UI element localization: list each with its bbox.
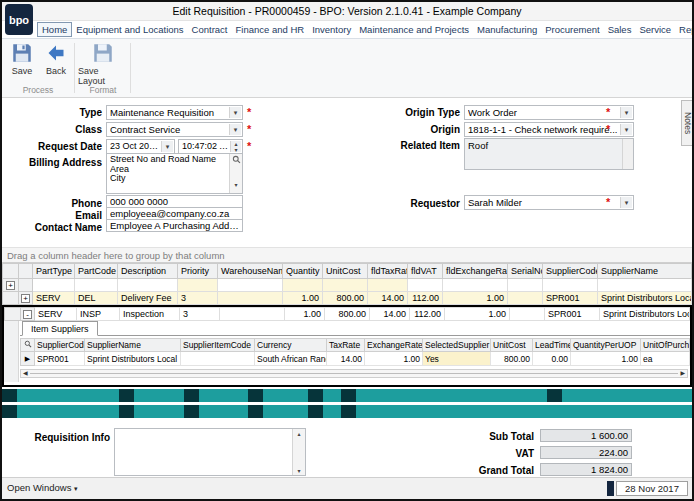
subgrid-col-leadtime[interactable]: LeadTime <box>533 339 571 352</box>
tab-sales[interactable]: Sales <box>604 23 636 36</box>
subgrid-cell[interactable]: Sprint Distributors Local <box>85 352 181 366</box>
grid-cell[interactable]: 1.00 <box>283 292 323 305</box>
subgrid-col-suppliername[interactable]: SupplierName <box>85 339 181 352</box>
grid-cell[interactable]: 14.00 <box>370 308 410 321</box>
subgrid-cell[interactable]: ea <box>641 352 690 366</box>
tab-inventory[interactable]: Inventory <box>308 23 355 36</box>
back-button[interactable]: Back <box>40 43 72 87</box>
grid-cell[interactable]: INSP <box>77 308 120 321</box>
scroll-up-icon[interactable]: ▴ <box>297 430 300 437</box>
detail-horizontal-scrollbar[interactable]: ◀ ▶ <box>20 369 688 378</box>
grid-cell[interactable] <box>218 279 283 292</box>
subgrid-cell[interactable]: 1.00 <box>365 352 423 366</box>
chevron-down-icon[interactable]: ▾ <box>161 141 173 152</box>
tab-manufacturing[interactable]: Manufacturing <box>473 23 541 36</box>
billing-address-field[interactable]: Street No and Road Name Area City ▾ <box>106 153 243 194</box>
grid-cell[interactable] <box>323 279 368 292</box>
requisition-info-scrollbar[interactable]: ▴ ▾ <box>292 429 305 475</box>
grid-cell[interactable] <box>510 308 545 321</box>
grid-cell[interactable] <box>508 279 543 292</box>
grid-cell[interactable]: SPR001 <box>545 308 600 321</box>
chevron-down-icon[interactable]: ▾ <box>229 107 241 118</box>
tab-equipment-and-locations[interactable]: Equipment and Locations <box>72 23 187 36</box>
subgrid-col-supplieritemcode[interactable]: SupplierItemCode <box>181 339 255 352</box>
subgrid-cell[interactable]: Yes <box>423 352 491 366</box>
chevron-down-icon[interactable]: ▾ <box>620 197 632 208</box>
grid-cell[interactable]: 3 <box>180 308 220 321</box>
subgrid-cell[interactable]: 14.00 <box>327 352 365 366</box>
grid-cell[interactable] <box>443 279 508 292</box>
grid-col-suppliercode[interactable]: SupplierCode <box>543 264 598 279</box>
notes-side-tab[interactable]: Notes <box>681 100 692 146</box>
grid-cell[interactable]: 800.00 <box>323 292 368 305</box>
grid-cell[interactable]: 1.00 <box>445 308 510 321</box>
grid-cell[interactable]: 800.00 <box>325 308 370 321</box>
status-date[interactable]: 28 Nov 2017 <box>616 481 688 496</box>
tab-procurement[interactable]: Procurement <box>541 23 603 36</box>
grid-cell[interactable]: 14.00 <box>368 292 408 305</box>
grid-cell[interactable]: 3 <box>178 292 218 305</box>
type-combobox[interactable]: Maintenance Requisition ▾ <box>106 105 243 120</box>
grid-col-suppliername[interactable]: SupplierName <box>598 264 692 279</box>
grid-col-priority[interactable]: Priority <box>178 264 218 279</box>
subgrid-col-selectedsupplier[interactable]: SelectedSupplier <box>423 339 491 352</box>
grid-cell[interactable] <box>598 279 692 292</box>
grid-cell[interactable] <box>178 279 218 292</box>
grid-cell[interactable]: Inspection <box>120 308 180 321</box>
grid-col-fldvat[interactable]: fldVAT <box>408 264 443 279</box>
request-date-picker[interactable]: 23 Oct 2017 ▾ <box>106 139 175 154</box>
subgrid-col-currency[interactable]: Currency <box>255 339 327 352</box>
tab-maintenance-and-projects[interactable]: Maintenance and Projects <box>355 23 473 36</box>
save-button[interactable]: Save <box>6 43 38 87</box>
grid-col-serialno[interactable]: SerialNo <box>508 264 543 279</box>
grid-cell[interactable]: 1.00 <box>285 308 325 321</box>
grid-cell[interactable]: Sprint Distributors Local <box>600 308 690 321</box>
grid-cell[interactable] <box>543 279 598 292</box>
subgrid-col-quantityperuop[interactable]: QuantityPerUOP <box>571 339 641 352</box>
chevron-down-icon[interactable]: ▾ <box>229 124 241 135</box>
related-item-scrollbar[interactable] <box>622 139 633 169</box>
tab-item-suppliers[interactable]: Item Suppliers <box>22 321 98 336</box>
grid-cell[interactable] <box>33 279 75 292</box>
search-icon[interactable] <box>232 155 241 164</box>
tab-contract[interactable]: Contract <box>188 23 232 36</box>
expand-icon[interactable]: + <box>6 281 15 290</box>
subgrid-col-unitcost[interactable]: UnitCost <box>491 339 533 352</box>
grid-cell[interactable] <box>220 308 285 321</box>
grid-cell[interactable]: SPR001 <box>543 292 598 305</box>
tab-finance-and-hr[interactable]: Finance and HR <box>231 23 308 36</box>
subgrid-cell[interactable]: 800.00 <box>491 352 533 366</box>
grid-cell[interactable]: SERV <box>35 308 77 321</box>
grid-col-quantity[interactable]: Quantity <box>283 264 323 279</box>
billing-address-scrollbar[interactable]: ▾ <box>229 154 242 193</box>
grid-cell[interactable]: Sprint Distributors Local <box>598 292 692 305</box>
title-bar[interactable]: Edit Requisition - PR0000459 - BPO: Vers… <box>2 2 692 21</box>
horizontal-scrollbar-teal[interactable] <box>2 405 692 418</box>
grid-col-unitcost[interactable]: UnitCost <box>323 264 368 279</box>
grid-col-description[interactable]: Description <box>118 264 178 279</box>
grid-col-partcode[interactable]: PartCode <box>75 264 118 279</box>
tab-home[interactable]: Home <box>37 22 72 37</box>
subgrid-col-taxrate[interactable]: TaxRate <box>327 339 365 352</box>
subgrid-col-exchangerate[interactable]: ExchangeRate <box>365 339 423 352</box>
request-time-spinner[interactable]: 10:47:02 AM ▴▾ <box>178 139 243 154</box>
open-windows-button[interactable]: Open Windows ▾ <box>7 482 78 493</box>
group-by-bar[interactable]: Drag a column header here to group by th… <box>2 247 692 263</box>
collapse-icon[interactable]: - <box>23 310 32 319</box>
scroll-right-icon[interactable]: ▶ <box>678 370 687 377</box>
grid-cell[interactable] <box>75 279 118 292</box>
grid-col-fldtaxrate[interactable]: fldTaxRate <box>368 264 408 279</box>
grid-cell[interactable]: 112.00 <box>408 292 443 305</box>
subgrid-cell[interactable]: SPR001 <box>35 352 85 366</box>
subgrid-cell[interactable] <box>181 352 255 366</box>
scroll-down-icon[interactable]: ▾ <box>234 179 237 192</box>
contact-name-field[interactable]: Employee A Purchasing Address <box>106 219 243 232</box>
grid-cell[interactable]: Delivery Fee <box>118 292 178 305</box>
subgrid-cell[interactable]: 1.00 <box>571 352 641 366</box>
grid-cell[interactable]: SERV <box>33 292 75 305</box>
class-combobox[interactable]: Contract Service ▾ <box>106 122 243 137</box>
time-spin-buttons[interactable]: ▴▾ <box>230 141 241 152</box>
grid-cell[interactable] <box>368 279 408 292</box>
subgrid-cell[interactable]: South African Rand <box>255 352 327 366</box>
grid-col-fldexchangerate[interactable]: fldExchangeRate <box>443 264 508 279</box>
